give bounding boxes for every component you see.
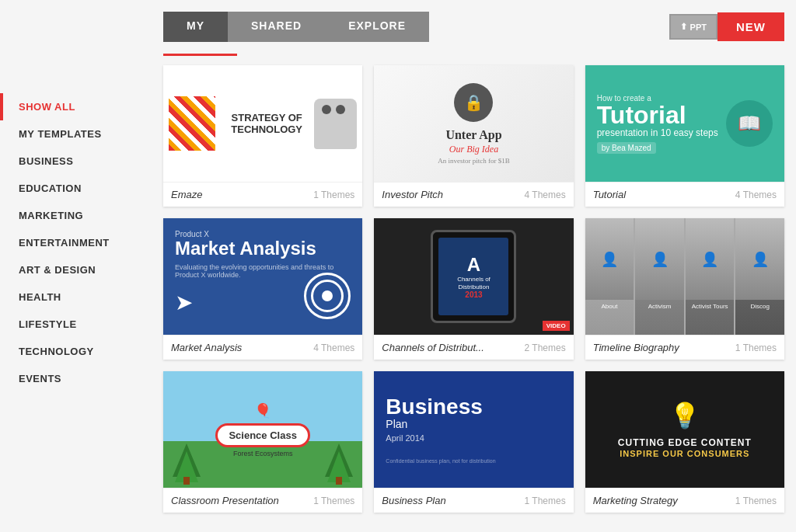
card-title-investor-pitch: Investor Pitch (382, 189, 443, 200)
emaze-text: STRATEGY OF TECHNOLOGY (231, 112, 302, 135)
card-themes-timeline-biography: 1 Themes (735, 342, 777, 353)
card-thumbnail-investor-pitch: 🔒 Unter App Our Big Idea An investor pit… (374, 65, 573, 182)
investor-title: Unter App (445, 128, 501, 142)
card-tutorial[interactable]: How to create a Tutorial presentation in… (585, 65, 784, 207)
sidebar-item-health[interactable]: HEALTH (0, 283, 163, 311)
investor-shield-icon: 🔒 (454, 83, 493, 122)
card-emaze[interactable]: STRATEGY OF TECHNOLOGY Emaze 1 Themes (163, 65, 362, 207)
card-investor-pitch[interactable]: 🔒 Unter App Our Big Idea An investor pit… (374, 65, 573, 207)
marketing-line2: INSPIRE OUR CONSUMERS (620, 449, 749, 458)
card-themes-emaze: 1 Themes (313, 190, 354, 200)
card-themes-channels: 2 Themes (525, 342, 566, 353)
card-marketing-strategy[interactable]: 💡 CUTTING EDGE CONTENT INSPIRE OUR CONSU… (585, 371, 784, 513)
tab-shared[interactable]: SHARED (228, 12, 325, 42)
card-title-marketing-strategy: Marketing Strategy (593, 495, 678, 506)
sidebar-item-marketing[interactable]: MARKETING (0, 202, 163, 229)
card-thumbnail-marketing-strategy: 💡 CUTTING EDGE CONTENT INSPIRE OUR CONSU… (585, 371, 784, 488)
card-themes-tutorial: 4 Themes (735, 190, 777, 200)
investor-subtitle: Our Big Idea (449, 144, 498, 155)
card-themes-business-plan: 1 Themes (525, 495, 566, 506)
card-themes-market-analysis: 4 Themes (313, 342, 354, 353)
tree-right-icon (323, 442, 354, 488)
bulb-icon: 💡 (669, 401, 700, 430)
classroom-badge: Science Class (215, 423, 309, 447)
card-thumbnail-classroom: 🎈 Science Class Forest Ecosystems (163, 371, 362, 488)
ppt-icon: ⬆ (680, 22, 687, 32)
card-themes-investor-pitch: 4 Themes (525, 190, 566, 200)
sidebar-item-technology[interactable]: TECHNOLOGY (0, 338, 163, 365)
card-thumbnail-business-plan: Business Plan April 2014 Confidential bu… (374, 371, 573, 488)
card-title-market-analysis: Market Analysis (171, 342, 242, 353)
tab-underline (163, 54, 237, 56)
sidebar-item-my-templates[interactable]: MY TEMPLATES (0, 120, 163, 148)
card-info-emaze: Emaze 1 Themes (163, 182, 362, 207)
card-title-emaze: Emaze (171, 189, 202, 200)
tablet-screen: A Channels of Distribution 2013 (438, 238, 508, 315)
card-channels[interactable]: A Channels of Distribution 2013 VIDEO Ch… (374, 218, 573, 360)
tablet-icon: A Channels of Distribution 2013 (431, 230, 516, 323)
tutorial-book-icon: 📖 (726, 100, 773, 147)
timeline-person-1: 👤 About (585, 218, 634, 335)
new-button[interactable]: NEW (717, 12, 784, 41)
card-info-investor-pitch: Investor Pitch 4 Themes (374, 182, 573, 207)
robot-icon (314, 99, 357, 149)
sidebar-item-entertainment[interactable]: ENTERTAINMENT (0, 229, 163, 256)
card-info-market-analysis: Market Analysis 4 Themes (163, 335, 362, 360)
card-title-classroom: Classroom Presentation (171, 495, 279, 506)
tab-explore[interactable]: EXPLORE (325, 12, 429, 42)
timeline-person-2: 👤 Activism (635, 218, 684, 335)
card-thumbnail-tutorial: How to create a Tutorial presentation in… (585, 65, 784, 182)
card-title-tutorial: Tutorial (593, 189, 626, 200)
card-title-business-plan: Business Plan (382, 495, 445, 506)
main-content: MYSHAREDEXPLORE ⬆ PPT NEW STRATEGY OF TE… (163, 0, 796, 532)
tab-my[interactable]: MY (163, 12, 228, 42)
card-thumbnail-emaze: STRATEGY OF TECHNOLOGY (163, 65, 362, 182)
ppt-button[interactable]: ⬆ PPT (669, 14, 717, 40)
card-info-timeline-biography: Timeline Biography 1 Themes (585, 335, 784, 360)
top-nav: MYSHAREDEXPLORE ⬆ PPT NEW (163, 12, 784, 42)
tutorial-text: How to create a Tutorial presentation in… (597, 94, 726, 154)
card-classroom[interactable]: 🎈 Science Class Forest Ecosystems Cl (163, 371, 362, 513)
template-grid: STRATEGY OF TECHNOLOGY Emaze 1 Themes 🔒 … (163, 65, 784, 513)
card-market-analysis[interactable]: Product X Market Analysis Evaluating the… (163, 218, 362, 360)
card-timeline-biography[interactable]: 👤 About 👤 Activism 👤 Activist Tours 👤 Di… (585, 218, 784, 360)
sidebar-item-business[interactable]: BUSINESS (0, 148, 163, 175)
card-title-timeline-biography: Timeline Biography (593, 342, 679, 353)
card-info-marketing-strategy: Marketing Strategy 1 Themes (585, 488, 784, 513)
card-info-channels: Channels of Distribut... 2 Themes (374, 335, 573, 360)
sidebar: SHOW ALLMY TEMPLATESBUSINESSEDUCATIONMAR… (0, 0, 163, 532)
card-thumbnail-channels: A Channels of Distribution 2013 VIDEO (374, 218, 573, 335)
business-text: Business Plan April 2014 Confidential bu… (386, 396, 561, 464)
card-info-tutorial: Tutorial 4 Themes (585, 182, 784, 207)
tree-left-icon (171, 442, 202, 488)
sidebar-item-events[interactable]: EVENTS (0, 365, 163, 392)
market-target-icon (304, 273, 351, 319)
sidebar-item-show-all[interactable]: SHOW ALL (0, 93, 163, 120)
timeline-person-4: 👤 Discog (735, 218, 784, 335)
video-badge: VIDEO (543, 321, 570, 331)
card-info-business-plan: Business Plan 1 Themes (374, 488, 573, 513)
sidebar-item-education[interactable]: EDUCATION (0, 175, 163, 202)
market-arrow-icon: ➤ (175, 290, 193, 315)
classroom-sub: Forest Ecosystems (233, 450, 293, 457)
emaze-stripes (169, 96, 215, 151)
sidebar-item-lifestyle[interactable]: LIFESTYLE (0, 311, 163, 338)
timeline-person-3: 👤 Activist Tours (686, 218, 735, 335)
card-thumbnail-market-analysis: Product X Market Analysis Evaluating the… (163, 218, 362, 335)
balloon-icon: 🎈 (254, 402, 271, 419)
card-thumbnail-timeline-biography: 👤 About 👤 Activism 👤 Activist Tours 👤 Di… (585, 218, 784, 335)
card-business-plan[interactable]: Business Plan April 2014 Confidential bu… (374, 371, 573, 513)
market-text: Product X Market Analysis Evaluating the… (175, 230, 351, 279)
card-info-classroom: Classroom Presentation 1 Themes (163, 488, 362, 513)
svg-rect-2 (183, 477, 190, 485)
card-themes-classroom: 1 Themes (313, 495, 354, 506)
ppt-label: PPT (690, 23, 707, 32)
marketing-line1: CUTTING EDGE CONTENT (618, 436, 752, 450)
sidebar-item-art-design[interactable]: ART & DESIGN (0, 256, 163, 283)
card-title-channels: Channels of Distribut... (382, 342, 484, 353)
investor-tagline: An investor pitch for $1B (438, 157, 510, 165)
svg-rect-5 (336, 477, 342, 485)
card-themes-marketing-strategy: 1 Themes (735, 495, 777, 506)
